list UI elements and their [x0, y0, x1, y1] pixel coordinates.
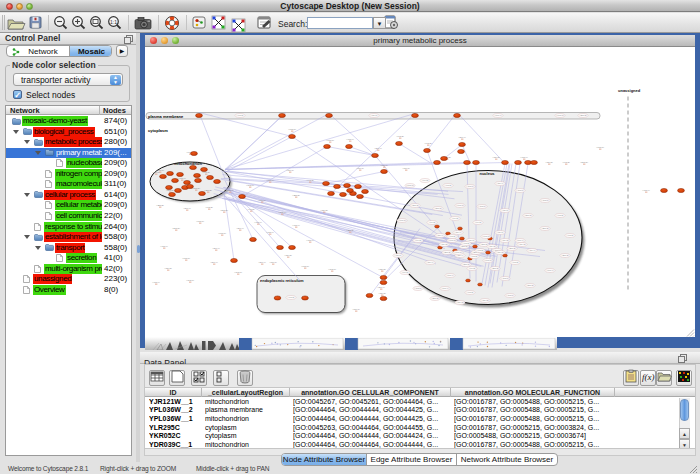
- svg-text:YBR(2): YBR(2): [561, 254, 569, 256]
- svg-text:YGR(1): YGR(1): [234, 270, 242, 273]
- svg-text:YPR(4): YPR(4): [306, 238, 314, 241]
- svg-text:YPR(4): YPR(4): [446, 274, 454, 276]
- svg-text:YOL(3): YOL(3): [492, 155, 500, 158]
- svg-text:YMR(1): YMR(1): [266, 178, 274, 181]
- svg-text:YBR(2): YBR(2): [491, 267, 499, 269]
- svg-text:YOL(3): YOL(3): [496, 251, 504, 253]
- svg-text:YDL(4): YDL(4): [436, 234, 444, 236]
- svg-text:unassigned: unassigned: [618, 87, 641, 92]
- svg-text:YMR(1): YMR(1): [301, 264, 309, 267]
- svg-text:YPR(4): YPR(4): [520, 155, 528, 158]
- svg-text:YKL(2): YKL(2): [428, 221, 435, 223]
- svg-text:YMR(1): YMR(1): [482, 235, 490, 237]
- svg-text:mitochondrion: mitochondrion: [174, 161, 203, 166]
- svg-text:YBR(2): YBR(2): [541, 227, 549, 229]
- svg-text:YNL(1): YNL(1): [352, 307, 360, 310]
- svg-text:YDL(4): YDL(4): [458, 135, 466, 138]
- svg-text:YDR(3): YDR(3): [526, 284, 534, 286]
- svg-text:YOL(3): YOL(3): [378, 291, 386, 294]
- svg-text:YGR(1): YGR(1): [478, 205, 486, 207]
- svg-text:YNL(1): YNL(1): [370, 114, 378, 116]
- svg-text:YBR(2): YBR(2): [508, 247, 516, 249]
- svg-text:YMR(1): YMR(1): [456, 204, 464, 206]
- svg-text:YDR(3): YDR(3): [434, 207, 442, 209]
- svg-text:YDL(4): YDL(4): [183, 206, 191, 209]
- svg-text:YNL(1): YNL(1): [258, 198, 266, 201]
- svg-text:YDR(3): YDR(3): [411, 204, 419, 206]
- svg-text:YLR(2): YLR(2): [470, 255, 478, 257]
- svg-text:YNL(1): YNL(1): [467, 239, 475, 241]
- svg-text:endoplasmic reticulum: endoplasmic reticulum: [260, 278, 304, 283]
- svg-text:YLR(2): YLR(2): [462, 242, 470, 244]
- svg-text:YBR(2): YBR(2): [346, 228, 354, 231]
- svg-text:YMR(1): YMR(1): [218, 231, 226, 234]
- svg-text:YPR(4): YPR(4): [441, 287, 449, 289]
- svg-text:YNL(1): YNL(1): [226, 188, 234, 191]
- svg-text:YDR(3): YDR(3): [172, 226, 180, 229]
- svg-text:YOL(3): YOL(3): [284, 253, 292, 256]
- svg-text:YPR(4): YPR(4): [292, 223, 300, 226]
- svg-text:1:1: 1:1: [110, 19, 117, 25]
- svg-text:YKL(2): YKL(2): [451, 217, 458, 219]
- svg-text:YBR(2): YBR(2): [443, 251, 451, 253]
- svg-text:YOL(3): YOL(3): [518, 243, 526, 245]
- svg-text:YBR(2): YBR(2): [204, 188, 212, 191]
- svg-text:YOL(3): YOL(3): [481, 299, 489, 301]
- svg-text:YNL(1): YNL(1): [269, 260, 277, 263]
- svg-text:YKL(2): YKL(2): [414, 239, 421, 241]
- svg-text:YMR(1): YMR(1): [326, 138, 334, 141]
- svg-text:YDL(4): YDL(4): [374, 146, 382, 149]
- svg-text:YDL(4): YDL(4): [212, 246, 220, 249]
- svg-text:YDL(4): YDL(4): [426, 261, 434, 263]
- svg-text:YPR(4): YPR(4): [178, 176, 186, 179]
- svg-text:YBR(2): YBR(2): [431, 297, 439, 299]
- svg-text:YMR(1): YMR(1): [182, 256, 190, 259]
- svg-text:YOL(3): YOL(3): [440, 243, 448, 245]
- svg-text:YLR(2): YLR(2): [396, 134, 404, 137]
- svg-text:YKL(2): YKL(2): [401, 271, 408, 273]
- svg-text:YLR(2): YLR(2): [466, 291, 474, 293]
- svg-text:YDL(4): YDL(4): [236, 226, 244, 229]
- svg-text:YLR(2): YLR(2): [424, 141, 432, 144]
- svg-text:YPR(4): YPR(4): [266, 230, 274, 233]
- svg-text:YBR(2): YBR(2): [292, 193, 300, 196]
- svg-text:YLR(2): YLR(2): [287, 296, 295, 298]
- svg-text:YLR(2): YLR(2): [306, 178, 314, 181]
- svg-text:YDL(4): YDL(4): [454, 231, 462, 233]
- svg-text:nucleus: nucleus: [479, 170, 495, 175]
- svg-text:YNL(1): YNL(1): [356, 166, 364, 169]
- svg-text:YPR(4): YPR(4): [346, 137, 354, 140]
- svg-text:YOL(3): YOL(3): [378, 267, 386, 270]
- svg-text:YPR(4): YPR(4): [642, 188, 650, 191]
- svg-text:YLR(2): YLR(2): [476, 249, 484, 251]
- svg-text:YDL(4): YDL(4): [496, 182, 504, 184]
- svg-text:YGR(1): YGR(1): [186, 278, 194, 281]
- svg-text:f(x): f(x): [642, 372, 655, 382]
- svg-text:YMR(1): YMR(1): [156, 168, 164, 171]
- svg-text:YDR(3): YDR(3): [580, 160, 588, 163]
- svg-text:YDL(4): YDL(4): [377, 285, 385, 288]
- svg-text:YMR(1): YMR(1): [406, 184, 414, 186]
- svg-text:YLR(2): YLR(2): [566, 234, 574, 236]
- svg-text:YOL(3): YOL(3): [488, 245, 496, 247]
- svg-text:plasma membrane: plasma membrane: [148, 113, 184, 118]
- svg-text:YDL(4): YDL(4): [258, 260, 266, 263]
- svg-text:YBR(2): YBR(2): [579, 114, 587, 116]
- svg-text:YMR(1): YMR(1): [196, 219, 204, 222]
- svg-text:YMR(1): YMR(1): [448, 239, 456, 241]
- svg-text:YLR(2): YLR(2): [511, 261, 519, 263]
- svg-text:YNL(1): YNL(1): [496, 231, 504, 233]
- svg-text:YNL(1): YNL(1): [286, 168, 294, 171]
- svg-text:YOL(3): YOL(3): [164, 266, 172, 269]
- svg-text:YOL(3): YOL(3): [456, 301, 464, 303]
- svg-text:YGR(1): YGR(1): [414, 287, 422, 289]
- svg-text:YLR(2): YLR(2): [562, 160, 570, 163]
- svg-text:YLR(2): YLR(2): [444, 184, 452, 186]
- svg-text:YMR(1): YMR(1): [596, 145, 604, 148]
- svg-text:YGR(1): YGR(1): [501, 277, 509, 279]
- svg-text:YLR(2): YLR(2): [448, 235, 456, 237]
- svg-text:YNL(1): YNL(1): [501, 209, 509, 211]
- svg-text:YPR(4): YPR(4): [160, 244, 168, 247]
- svg-text:YMR(1): YMR(1): [454, 251, 462, 253]
- svg-text:YMR(1): YMR(1): [556, 114, 564, 116]
